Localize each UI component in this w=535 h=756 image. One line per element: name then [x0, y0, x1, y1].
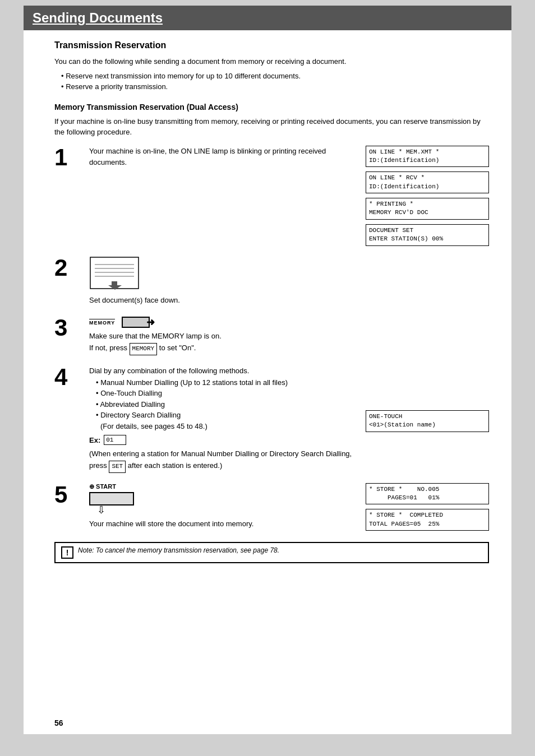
step-5-text: Your machine will store the document int… — [89, 518, 360, 530]
start-button-area: ⊕ START ⇩ — [89, 483, 360, 507]
step-3-number: 3 — [54, 316, 82, 355]
step-4-bullet-3: • Abbreviated Dialling — [96, 399, 360, 410]
set-key: SET — [109, 461, 126, 473]
step-1-text: Your machine is on-line, the ON LINE lam… — [89, 146, 360, 169]
start-button-box — [89, 492, 134, 505]
step-4-ex-line: Ex: 01 — [89, 435, 360, 445]
step-3-text-line1: Make sure that the MEMORY lamp is on. — [89, 331, 360, 342]
section-memory-transmission: Memory Transmission Reservation (Dual Ac… — [54, 103, 489, 564]
step-2: 2 — [54, 256, 489, 307]
step-4-main: Dial by any combination of the following… — [89, 365, 360, 473]
document-feeder-illustration — [89, 256, 360, 291]
section1-bullet-2: • Reserve a priority transmission. — [61, 81, 489, 92]
step-5-main: ⊕ START ⇩ Your machine will store the do… — [89, 483, 360, 531]
content: Transmission Reservation You can do the … — [24, 40, 511, 563]
step-1-lcd: ON LINE * MEM.XMT * ID:(Identification) … — [366, 146, 489, 246]
memory-label-text: MEMORY — [89, 319, 115, 326]
start-button-wrapper: ⇩ — [89, 492, 360, 507]
ex-input-box: 01 — [104, 435, 126, 445]
lcd-5a: * STORE * NO.005 PAGES=01 01% — [366, 483, 489, 505]
lcd-1d: DOCUMENT SET ENTER STATION(S) 00% — [366, 224, 489, 246]
step-5-lcd: * STORE * NO.005 PAGES=01 01% * STORE * … — [366, 483, 489, 531]
page-number: 56 — [54, 718, 63, 727]
step-1: 1 Your machine is on-line, the ON LINE l… — [54, 146, 489, 246]
down-arrow-icon: ⇩ — [97, 505, 105, 515]
step-4-ex-note: (When entering a station for Manual Numb… — [89, 448, 360, 472]
page-title: Sending Documents — [33, 10, 502, 26]
document-feeder-svg — [89, 256, 140, 290]
note-icon: ! — [61, 546, 73, 559]
step-4-bullet-5: (For details, see pages 45 to 48.) — [100, 421, 360, 432]
start-label: ⊕ START — [89, 483, 360, 490]
step-3: 3 MEMORY ➜ Make sure that the MEMORY lam… — [54, 316, 489, 355]
step-2-text: Set document(s) face down. — [89, 295, 360, 307]
lcd-5b: * STORE * COMPLETED TOTAL PAGES=05 25% — [366, 509, 489, 531]
section-transmission-reservation: Transmission Reservation You can do the … — [54, 40, 489, 92]
lcd-1a: ON LINE * MEM.XMT * ID:(Identification) — [366, 146, 489, 168]
memory-key-label: MEMORY — [130, 343, 158, 355]
ex-label: Ex: — [89, 436, 100, 444]
section1-intro: You can do the following while sending a… — [54, 56, 489, 67]
step-3-text-line2: If not, press MEMORY to set "On". — [89, 342, 360, 355]
step-4-bullet-2: • One-Touch Dialling — [96, 388, 360, 399]
page: Sending Documents Transmission Reservati… — [24, 6, 511, 734]
section1-title: Transmission Reservation — [54, 40, 489, 50]
step-1-main: Your machine is on-line, the ON LINE lam… — [89, 146, 360, 246]
step-4: 4 Dial by any combination of the followi… — [54, 365, 489, 473]
step-1-number: 1 — [54, 146, 82, 246]
step-2-number: 2 — [54, 256, 82, 307]
step-2-main: Set document(s) face down. — [89, 256, 360, 307]
step-4-text-line1: Dial by any combination of the following… — [89, 365, 360, 377]
section1-bullet-1: • Reserve next transmission into memory … — [61, 71, 489, 82]
step-5-number: 5 — [54, 483, 82, 531]
page-title-bar: Sending Documents — [24, 6, 511, 30]
step-4-bullet-4: • Directory Search Dialling — [96, 410, 360, 421]
step-4-bullet-1: • Manual Number Dialling (Up to 12 stati… — [96, 377, 360, 388]
lcd-1c: * PRINTING * MEMORY RCV'D DOC — [366, 198, 489, 220]
step-3-main: MEMORY ➜ Make sure that the MEMORY lamp … — [89, 316, 360, 355]
step-2-right — [366, 256, 489, 307]
note-text: Note: To cancel the memory transmission … — [78, 546, 279, 554]
section2-title: Memory Transmission Reservation (Dual Ac… — [54, 103, 489, 112]
memory-button-illustration: MEMORY ➜ — [89, 316, 360, 328]
step-3-right — [366, 316, 489, 355]
lcd-1b: ON LINE * RCV * ID:(Identification) — [366, 171, 489, 193]
memory-key-svg — [122, 317, 150, 328]
step-4-number: 4 — [54, 365, 82, 473]
svg-rect-6 — [122, 317, 149, 327]
lcd-4a: ONE-TOUCH <01>(Station name) — [366, 410, 489, 432]
step-4-lcd: ONE-TOUCH <01>(Station name) — [366, 365, 489, 473]
note-box: ! Note: To cancel the memory transmissio… — [54, 542, 489, 563]
arrow-right-icon: ➜ — [146, 316, 155, 328]
step-5: 5 ⊕ START ⇩ Your machine will store the … — [54, 483, 489, 531]
section2-intro: If your machine is on-line busy transmit… — [54, 116, 489, 138]
